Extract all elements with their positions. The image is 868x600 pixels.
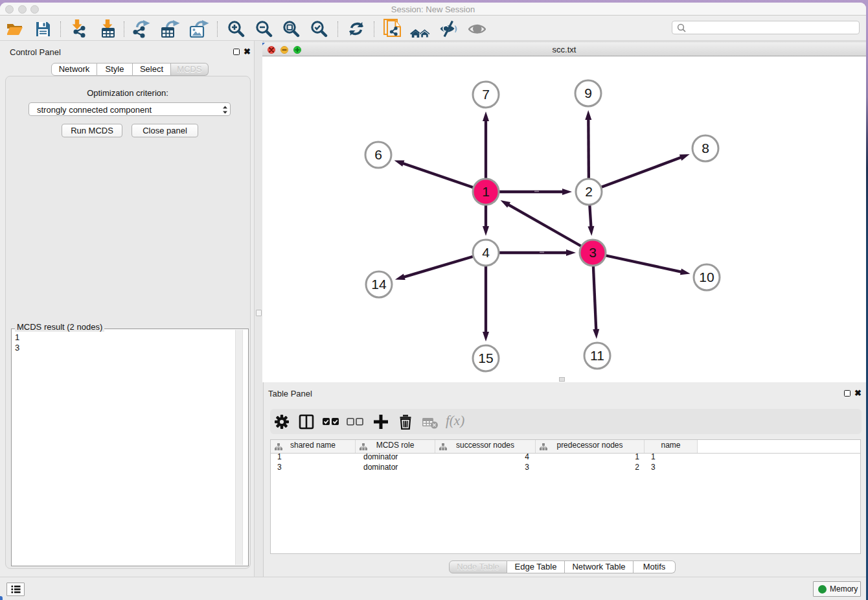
svg-text:1: 1 — [482, 184, 490, 199]
svg-text:15: 15 — [478, 351, 493, 365]
svg-text:14: 14 — [371, 277, 387, 292]
svg-text:2: 2 — [585, 184, 593, 199]
svg-text:11: 11 — [590, 348, 604, 363]
svg-text:4: 4 — [482, 245, 490, 260]
svg-text:3: 3 — [589, 245, 597, 260]
svg-text:9: 9 — [584, 86, 592, 100]
svg-text:8: 8 — [702, 141, 709, 156]
svg-text:10: 10 — [699, 270, 714, 284]
svg-text:7: 7 — [482, 87, 490, 102]
svg-text:6: 6 — [374, 147, 382, 162]
